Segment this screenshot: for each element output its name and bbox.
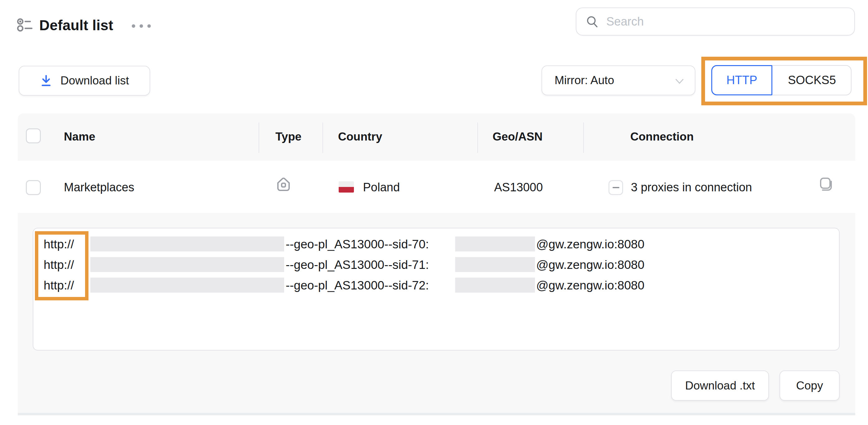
redacted-password — [455, 278, 535, 293]
copy-row-icon[interactable] — [817, 176, 834, 194]
download-list-label: Download list — [60, 74, 129, 87]
column-divider — [258, 122, 259, 153]
residential-home-icon — [276, 177, 291, 193]
proxy-gateway: @gw.zengw.io:8080 — [536, 237, 645, 251]
table-header — [18, 114, 855, 161]
row-connection: 3 proxies in connection — [631, 181, 752, 194]
column-header-name: Name — [64, 130, 95, 143]
redacted-host — [90, 257, 284, 272]
column-divider — [322, 122, 323, 153]
collapse-connection-button[interactable] — [609, 180, 623, 195]
row-geo-asn: AS13000 — [494, 181, 543, 194]
row-name: Marketplaces — [64, 181, 134, 194]
download-icon — [40, 74, 52, 87]
list-icon — [17, 18, 33, 33]
section-divider — [18, 413, 855, 415]
more-menu-button[interactable] — [132, 24, 151, 28]
download-txt-button[interactable]: Download .txt — [671, 370, 769, 401]
column-header-country: Country — [338, 130, 382, 143]
select-all-checkbox[interactable] — [26, 128, 41, 143]
proxy-protocol: http:// — [43, 258, 74, 272]
copy-button[interactable]: Copy — [779, 370, 840, 401]
proxy-params: --geo-pl_AS13000--sid-70: — [286, 237, 429, 251]
redacted-password — [455, 257, 535, 272]
search-input[interactable] — [606, 14, 845, 29]
row-country: Poland — [363, 181, 400, 194]
page-title: Default list — [39, 17, 114, 34]
column-divider — [477, 122, 478, 153]
protocol-tab-http[interactable]: HTTP — [711, 65, 772, 95]
search-icon — [586, 15, 599, 28]
redacted-host — [90, 278, 284, 293]
redacted-password — [455, 237, 535, 251]
proxy-params: --geo-pl_AS13000--sid-71: — [286, 258, 429, 272]
column-divider — [583, 122, 584, 153]
proxy-gateway: @gw.zengw.io:8080 — [536, 278, 645, 292]
minus-icon — [613, 187, 619, 188]
proxy-protocol: http:// — [43, 237, 74, 251]
mirror-dropdown[interactable]: Mirror: Auto — [541, 65, 695, 95]
column-header-connection: Connection — [630, 130, 693, 143]
column-header-type: Type — [275, 130, 302, 143]
poland-flag-icon — [339, 181, 354, 192]
mirror-dropdown-value: Mirror: Auto — [555, 74, 614, 87]
download-list-button[interactable]: Download list — [19, 66, 150, 96]
search-box[interactable] — [576, 7, 855, 35]
proxy-list-page: Default list Download list Mirror: Auto — [0, 0, 868, 425]
chevron-down-icon — [675, 79, 684, 84]
download-txt-label: Download .txt — [685, 379, 755, 392]
column-header-geo-asn: Geo/ASN — [493, 130, 542, 143]
row-checkbox[interactable] — [26, 180, 41, 195]
protocol-toggle: HTTP SOCKS5 — [711, 65, 851, 95]
redacted-host — [90, 237, 284, 251]
protocol-tab-socks5[interactable]: SOCKS5 — [772, 65, 851, 95]
copy-label: Copy — [796, 379, 823, 392]
proxy-gateway: @gw.zengw.io:8080 — [536, 258, 645, 272]
ellipsis-icon — [132, 24, 135, 28]
proxy-params: --geo-pl_AS13000--sid-72: — [286, 278, 429, 292]
proxy-protocol: http:// — [43, 278, 74, 292]
